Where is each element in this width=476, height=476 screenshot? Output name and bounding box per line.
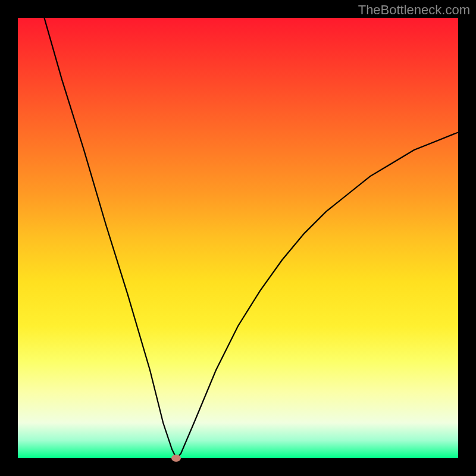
watermark-text: TheBottleneck.com — [358, 2, 470, 18]
optimal-point-marker — [171, 455, 181, 462]
bottleneck-curve — [18, 18, 458, 458]
chart-plot-area — [18, 18, 458, 458]
